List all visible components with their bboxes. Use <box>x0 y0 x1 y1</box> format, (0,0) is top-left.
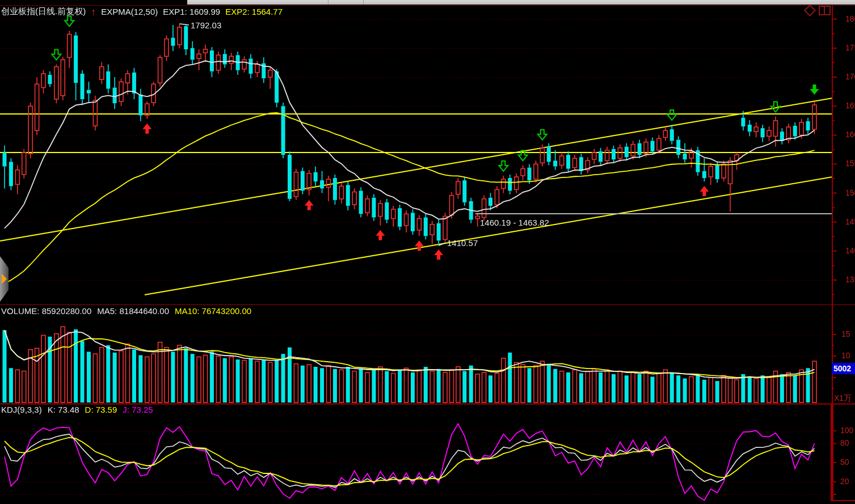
volume-ma5-value: MA5: 81844640.00 <box>97 306 169 316</box>
price-axis-label: 1400 <box>845 246 855 255</box>
kdj-axis-label: 100 <box>840 426 853 435</box>
expand-arrow-icon <box>2 274 7 284</box>
price-axis-label: 1650 <box>845 101 855 110</box>
kdj-k-value: K: 73.48 <box>48 405 79 414</box>
window-edge-divider <box>363 0 364 5</box>
volume-value: VOLUME: 85920280.00 <box>1 306 91 316</box>
price-axis-label: 1350 <box>845 275 855 284</box>
exp2-value: EXP2: 1564.77 <box>225 7 283 16</box>
peak-price-annotation: 1792.03 <box>191 20 221 30</box>
volume-unit-label: X1万 <box>834 393 852 404</box>
low-price-annotation: 1410.57 <box>447 238 478 248</box>
exp1-value: EXP1: 1609.99 <box>163 7 220 16</box>
kdj-axis-label: 50 <box>840 458 849 467</box>
pane-corner-controls <box>806 6 831 15</box>
kdj-d-value: D: 73.59 <box>85 405 117 414</box>
gap-range-annotation: 1460.19 - 1463.82 <box>480 218 549 227</box>
price-axis-label: 1700 <box>845 72 855 81</box>
price-axis-label: 1450 <box>845 217 855 226</box>
volume-axis-label: 15 <box>841 329 850 338</box>
kdj-axis-label: 20 <box>840 477 849 486</box>
kdj-axis-label: 80 <box>840 438 849 447</box>
volume-axis-label: 10 <box>841 351 850 360</box>
chart-canvas[interactable] <box>0 0 855 504</box>
overlapping-window-edge <box>187 0 855 5</box>
window-edge-divider <box>328 0 328 5</box>
price-axis-label: 1500 <box>845 188 855 197</box>
price-axis-label: 1800 <box>845 14 855 23</box>
volume-indicator-header: VOLUME: 85920280.00 MA5: 81844640.00 MA1… <box>1 306 251 316</box>
diamond-icon[interactable] <box>804 5 816 16</box>
volume-current-badge: 5002 <box>832 363 855 374</box>
chart-top-border <box>0 5 855 6</box>
kdj-label[interactable]: KDJ(9,3,3) <box>1 405 42 414</box>
up-arrow-icon: ↑ <box>91 8 96 16</box>
price-axis-label: 1600 <box>845 130 855 139</box>
chart-application: 创业板指(日线.前复权) ↑ EXPMA(12,50) EXP1: 1609.9… <box>0 0 855 504</box>
price-axis-label: 1550 <box>845 159 855 168</box>
indicator-name[interactable]: EXPMA(12,50) <box>101 7 158 16</box>
instrument-title[interactable]: 创业板指(日线.前复权) <box>1 6 86 17</box>
volume-ma10-value: MA10: 76743200.00 <box>175 306 251 316</box>
split-window-icon[interactable] <box>819 6 831 15</box>
price-axis-label: 1750 <box>845 43 855 52</box>
main-indicator-header: 创业板指(日线.前复权) ↑ EXPMA(12,50) EXP1: 1609.9… <box>1 6 283 17</box>
kdj-j-value: J: 73.25 <box>123 405 153 414</box>
kdj-indicator-header: KDJ(9,3,3) K: 73.48 D: 73.59 J: 73.25 <box>1 405 153 414</box>
